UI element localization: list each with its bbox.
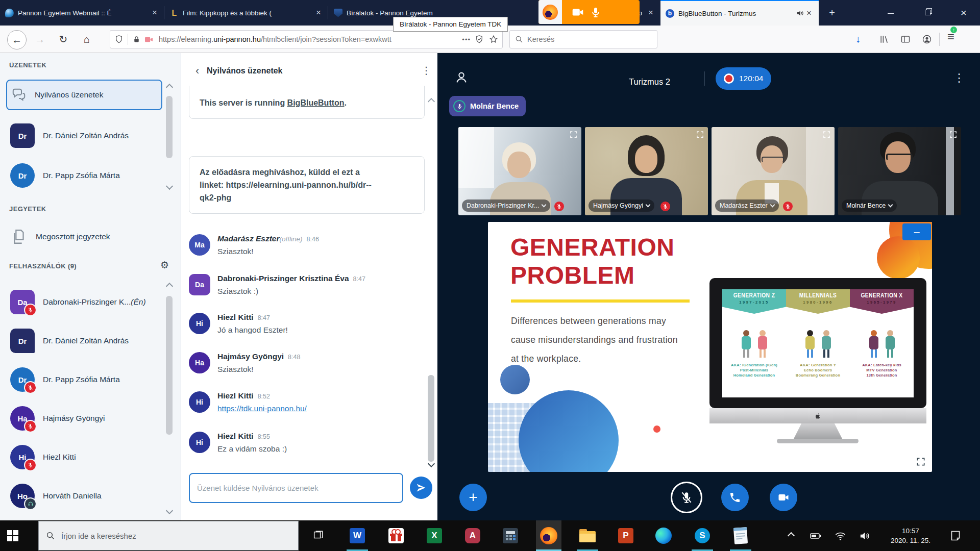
users-scroll-up-icon[interactable] — [166, 283, 173, 290]
user-row[interactable]: Hi Hiezl Kitti — [6, 442, 162, 472]
start-button[interactable] — [0, 520, 26, 551]
new-tab-button[interactable]: + — [823, 0, 841, 26]
taskbar-gift-app[interactable] — [383, 520, 409, 551]
chat-message-input[interactable] — [189, 473, 403, 503]
chat-message: Hi Hiezl Kitti8:52 https://tdk.uni-panno… — [189, 391, 424, 413]
tab-close-icon[interactable]: × — [804, 8, 814, 18]
user-row[interactable]: Ha Hajmásy Gyöngyi — [6, 403, 162, 434]
actions-plus-button[interactable]: + — [459, 484, 487, 511]
fullscreen-video-icon[interactable] — [696, 130, 704, 139]
home-button[interactable]: ⌂ — [78, 30, 96, 48]
chat-message-list[interactable]: background noise for others. This server… — [181, 86, 427, 467]
tray-show-hidden-icons[interactable] — [782, 520, 800, 551]
taskbar-word[interactable]: W — [345, 520, 370, 551]
leave-audio-button[interactable] — [721, 484, 749, 511]
chat-scrollbar[interactable] — [428, 375, 434, 462]
user-row[interactable]: Da Dabronaki-Priszinger K...(Én) — [6, 287, 162, 317]
recording-indicator[interactable]: 120:04 — [716, 67, 771, 90]
tab-bigbluebutton-active[interactable]: b BigBlueButton - Turizmus × — [660, 0, 819, 26]
send-message-button[interactable] — [410, 477, 432, 499]
sidebar-item-shared-notes[interactable]: Megosztott jegyzetek — [6, 221, 162, 252]
video-name-pill[interactable]: Dabronaki-Priszinger Kr... — [462, 199, 550, 212]
sidebar-item-public-chat[interactable]: Nyilvános üzenetek — [6, 80, 162, 110]
messages-scroll-up-icon[interactable] — [166, 84, 173, 91]
tdk-link[interactable]: https://tdk.uni-pannon.hu/ — [217, 404, 307, 413]
taskbar-clock[interactable]: 10:572020. 11. 25. — [881, 520, 940, 551]
task-view-button[interactable] — [305, 520, 331, 551]
page-actions-icon[interactable]: ••• — [462, 36, 471, 43]
user-row[interactable]: Ho Horváth Daniella — [6, 481, 162, 511]
user-list-toggle-person-icon[interactable] — [454, 70, 469, 85]
sidebar-item-private-chat[interactable]: Dr Dr. Papp Zsófia Márta — [6, 160, 162, 191]
downloads-button[interactable]: ↓ — [855, 33, 861, 45]
users-scroll-down-icon[interactable] — [166, 507, 173, 514]
mute-toggle-button[interactable] — [671, 482, 702, 513]
library-button[interactable] — [879, 34, 889, 44]
tab-close-icon[interactable]: × — [150, 8, 159, 18]
taskbar-firefox-active[interactable] — [536, 520, 561, 551]
tab-close-icon[interactable]: × — [314, 8, 323, 18]
sidebar-toggle-button[interactable] — [900, 34, 911, 44]
messages-scrollbar[interactable] — [166, 96, 173, 158]
bigbluebutton-link[interactable]: BigBlueButton — [287, 98, 345, 107]
bigbluebutton-favicon: b — [666, 9, 674, 18]
wifi-icon[interactable] — [830, 520, 850, 551]
taskbar-search-box[interactable]: Írjon ide a kereséshez — [38, 521, 299, 550]
bookmark-star-icon[interactable] — [489, 35, 498, 44]
avatar: Hi — [189, 313, 210, 334]
taskbar-powerpoint[interactable]: P — [613, 520, 639, 551]
talker-indicator[interactable]: Molnár Bence — [449, 96, 526, 116]
volume-icon[interactable] — [854, 520, 875, 551]
action-center-button[interactable] — [944, 520, 967, 551]
send-icon — [416, 483, 426, 493]
users-settings-gear-icon[interactable]: ⚙ — [160, 259, 169, 271]
chat-bubbles-icon — [11, 87, 27, 103]
user-row[interactable]: Dr Dr. Dániel Zoltán András — [6, 325, 162, 356]
taskbar-access[interactable]: A — [460, 520, 485, 551]
camera-inuse-icon[interactable] — [144, 35, 154, 44]
taskbar-notepad[interactable] — [728, 520, 753, 551]
url-bar[interactable]: https://elearning.uni-pannon.hu/html5cli… — [110, 30, 503, 48]
chat-options-kebab-icon[interactable]: ⋮ — [421, 64, 431, 77]
window-restore-button[interactable] — [916, 0, 939, 15]
fullscreen-video-icon[interactable] — [949, 130, 958, 139]
fullscreen-presentation-icon[interactable] — [916, 457, 926, 467]
browser-search-bar[interactable]: Keresés — [509, 30, 657, 48]
lock-icon[interactable] — [132, 35, 141, 44]
tracking-shield-icon[interactable] — [114, 35, 124, 44]
shield-check-icon[interactable] — [475, 35, 484, 44]
chat-scroll-up-icon[interactable] — [428, 98, 435, 105]
minimize-presentation-button[interactable]: – — [902, 223, 931, 240]
back-button[interactable]: ← — [7, 30, 27, 49]
fullscreen-video-icon[interactable] — [569, 130, 578, 139]
fullscreen-video-icon[interactable] — [822, 130, 831, 139]
forward-button[interactable]: → — [31, 30, 49, 48]
tab-close-icon[interactable]: × — [646, 8, 655, 18]
taskbar-edge[interactable] — [651, 520, 676, 551]
video-name-pill[interactable]: Madarász Eszter — [715, 199, 779, 212]
menu-button[interactable]: ≡ ↑ — [947, 30, 954, 44]
tab-film[interactable]: L Film: Kippkopp és a többiek ( × — [165, 0, 328, 26]
taskbar-search-placeholder: Írjon ide a kereséshez — [61, 532, 136, 540]
tab-webmail[interactable]: Pannon Egyetem Webmail :: É × — [0, 0, 164, 26]
account-button[interactable] — [922, 34, 932, 44]
taskbar-calculator[interactable] — [498, 520, 523, 551]
users-scrollbar[interactable] — [166, 296, 173, 435]
taskbar-skype[interactable]: S — [690, 520, 715, 551]
video-name-pill[interactable]: Hajmásy Gyöngyi — [589, 199, 654, 212]
meeting-title: Turizmus 2 — [629, 77, 670, 87]
window-close-button[interactable]: × — [952, 0, 975, 26]
sidebar-item-private-chat[interactable]: Dr Dr. Dániel Zoltán András — [6, 120, 162, 151]
webcam-toggle-button[interactable] — [770, 484, 797, 511]
options-kebab-icon[interactable]: ⋮ — [953, 71, 965, 85]
messages-scroll-down-icon[interactable] — [166, 183, 173, 190]
tab-audio-icon[interactable] — [796, 9, 804, 17]
video-name-pill[interactable]: Molnár Bence — [842, 199, 897, 212]
user-row[interactable]: Dr Dr. Papp Zsófia Márta — [6, 364, 162, 395]
window-minimize-button[interactable] — [879, 0, 902, 14]
taskbar-file-explorer[interactable] — [575, 520, 600, 551]
chat-back-icon[interactable]: ‹ — [195, 64, 199, 78]
taskbar-excel[interactable]: X — [422, 520, 447, 551]
battery-icon[interactable] — [805, 520, 826, 551]
reload-button[interactable]: ↻ — [54, 30, 72, 48]
